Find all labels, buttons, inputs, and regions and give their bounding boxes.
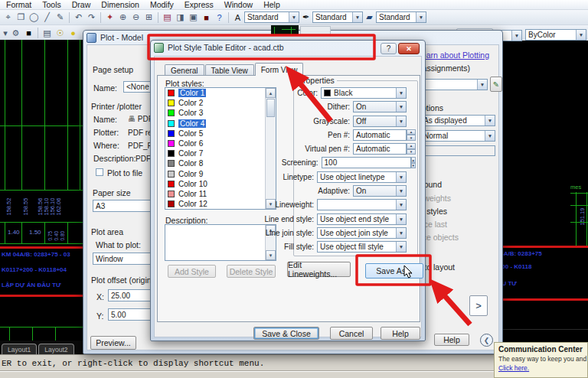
description-textarea[interactable]: ▲ ▼ xyxy=(165,224,276,261)
list-scrollbar[interactable]: ▲ ▼ xyxy=(265,88,276,209)
plot-style-row[interactable]: Color 12 xyxy=(165,199,265,209)
color-swatch xyxy=(168,150,175,157)
delete-style-button[interactable]: Delete Style xyxy=(227,265,276,278)
plot-style-row[interactable]: Color 3 xyxy=(165,108,265,118)
redo-icon[interactable]: ↷ xyxy=(85,11,98,24)
chevron-down-icon: ▼ xyxy=(396,228,406,238)
text-style-icon[interactable]: A xyxy=(231,11,244,24)
add-style-button[interactable]: Add Style xyxy=(168,265,216,278)
property-dropdown[interactable]: Off▼ xyxy=(353,116,407,127)
tab-form-view[interactable]: Form View xyxy=(255,63,304,76)
menu-modify[interactable]: Modify xyxy=(150,0,174,9)
fewer-options-button[interactable]: ❮ xyxy=(480,334,493,347)
plot-styles-list[interactable]: Color 1Color 2Color 3Color 4Color 5Color… xyxy=(165,87,276,210)
plot-style-row[interactable]: Color 9 xyxy=(165,169,265,179)
menu-tools[interactable]: Tools xyxy=(42,0,61,9)
spinner-arrows[interactable]: ▲▼ xyxy=(407,129,416,141)
tab-table-view[interactable]: Table View xyxy=(205,64,254,76)
dim-style-combo[interactable]: Standard▼ xyxy=(312,11,363,23)
tab-general[interactable]: General xyxy=(165,64,204,76)
cancel-button[interactable]: Cancel xyxy=(330,327,373,340)
menu-draw[interactable]: Draw xyxy=(72,0,91,9)
pan-icon[interactable]: ✦ xyxy=(103,11,116,24)
property-dropdown[interactable]: Use object end style▼ xyxy=(317,213,407,225)
plot-style-row[interactable]: Color 4 xyxy=(165,119,265,129)
cad-text: ỨNG ĐẦU TƯ xyxy=(503,280,517,287)
dialog-help-button[interactable]: ? xyxy=(381,43,397,54)
sun-icon[interactable]: ● xyxy=(67,27,80,39)
close-icon[interactable]: ✕ xyxy=(398,43,420,54)
undo-icon[interactable]: ↶ xyxy=(72,11,85,24)
menu-express[interactable]: Express xyxy=(185,0,214,9)
spinner-arrows[interactable]: ▲▼ xyxy=(407,143,416,155)
layer-state-icon[interactable]: ■ xyxy=(22,27,35,39)
zoom-out-icon[interactable]: ⊖ xyxy=(129,11,142,24)
property-dropdown[interactable]: On▼ xyxy=(353,101,407,112)
table-style-icon[interactable]: ▰ xyxy=(363,11,376,24)
plot-style-row[interactable]: Color 11 xyxy=(165,189,265,199)
plot-style-row[interactable]: Color 2 xyxy=(165,98,265,108)
text-style-combo[interactable]: Standard▼ xyxy=(244,11,299,23)
drawing-canvas-left[interactable]: 158.52158.55158.56158.10156.10162.06 1.4… xyxy=(0,40,83,341)
drawing-canvas-right[interactable]: mes 151.19 BẢNG 04A/B: 0283+75K0117+200 … xyxy=(503,42,588,341)
property-spinner-field[interactable]: Automatic xyxy=(353,129,407,141)
line-icon[interactable]: ╱ xyxy=(41,11,54,24)
menu-dimension[interactable]: Dimension xyxy=(101,0,139,9)
toolbar-separator xyxy=(100,12,101,23)
scroll-up-icon[interactable]: ▲ xyxy=(266,88,276,98)
color-control-combo[interactable]: ByColor▼ xyxy=(525,29,586,41)
edit-icon[interactable]: ✎ xyxy=(54,11,67,24)
layout-tab-layout1[interactable]: Layout1 xyxy=(2,344,37,354)
zoom-in-icon[interactable]: ⊕ xyxy=(116,11,129,24)
color-swatch xyxy=(168,171,175,178)
designcenter-icon[interactable]: ◨ xyxy=(174,11,187,24)
layers-icon[interactable]: ▤ xyxy=(41,27,54,39)
menu-help[interactable]: Help xyxy=(263,0,280,9)
zoom-window-icon[interactable]: ⊞ xyxy=(142,11,155,24)
chevron-down-icon[interactable]: ▾ xyxy=(2,27,9,39)
chevron-down-icon: ▼ xyxy=(396,102,406,112)
scroll-thumb[interactable] xyxy=(266,99,275,117)
markup-icon[interactable]: ■ xyxy=(200,11,213,24)
scroll-down-icon[interactable]: ▼ xyxy=(266,199,276,209)
plot-style-row[interactable]: Color 7 xyxy=(165,148,265,158)
property-dropdown[interactable]: On▼ xyxy=(353,185,407,197)
menu-format[interactable]: Format xyxy=(6,0,31,9)
command-line-text: ER to exit, or right-click to display sh… xyxy=(2,359,264,368)
comm-center-link[interactable]: Click here. xyxy=(498,364,583,372)
plot-stamp-icon[interactable]: > xyxy=(469,295,488,316)
property-dropdown[interactable]: Black▼ xyxy=(321,87,407,99)
property-dropdown[interactable]: Use object linetype▼ xyxy=(317,171,407,183)
save-as-button[interactable]: Save As... xyxy=(365,263,423,279)
plot-style-name: Color 2 xyxy=(178,99,203,107)
layout-tab-layout2[interactable]: Layout2 xyxy=(38,344,74,354)
help-icon[interactable]: ? xyxy=(213,11,226,24)
sheetset-icon[interactable]: ▣ xyxy=(187,11,200,24)
plot-style-row[interactable]: Color 5 xyxy=(165,129,265,138)
lightbulb-icon[interactable]: ☉ xyxy=(54,27,67,39)
plot-style-row[interactable]: Color 6 xyxy=(165,138,265,148)
plot-style-row[interactable]: Color 10 xyxy=(165,179,265,189)
dim-style-icon[interactable]: ✒ xyxy=(299,11,312,24)
editor-help-button[interactable]: Help xyxy=(381,327,420,340)
property-spinner-field[interactable]: 100 xyxy=(322,157,411,168)
layer-properties-icon[interactable]: ⚙ xyxy=(9,27,22,39)
cad-text: 1.40 xyxy=(8,229,20,236)
edit-lineweights-button[interactable]: Edit Lineweights... xyxy=(287,262,351,277)
property-dropdown[interactable]: Use object fill style▼ xyxy=(317,241,407,253)
spinner-arrows[interactable]: ▲▼ xyxy=(411,157,416,168)
plot-style-row[interactable]: Color 8 xyxy=(165,158,265,168)
property-dropdown[interactable]: ▼ xyxy=(317,199,407,210)
property-dropdown[interactable]: Use object join style▼ xyxy=(317,227,407,239)
copy-icon[interactable]: ❐ xyxy=(15,11,28,24)
property-spinner-field[interactable]: Automatic xyxy=(353,143,407,155)
plot-style-row[interactable]: Color 1 xyxy=(165,88,265,98)
table-style-combo[interactable]: Standard▼ xyxy=(376,11,426,23)
menu-window[interactable]: Window xyxy=(224,0,253,9)
save-and-close-button[interactable]: Save & Close xyxy=(253,327,319,340)
circle-icon[interactable]: ◯ xyxy=(28,11,41,24)
scroll-down-icon[interactable]: ▼ xyxy=(266,250,276,260)
plot-help-button[interactable]: Help xyxy=(434,334,469,346)
properties-icon[interactable]: ▤ xyxy=(161,11,174,24)
snap-icon[interactable]: ⌖ xyxy=(2,11,15,24)
